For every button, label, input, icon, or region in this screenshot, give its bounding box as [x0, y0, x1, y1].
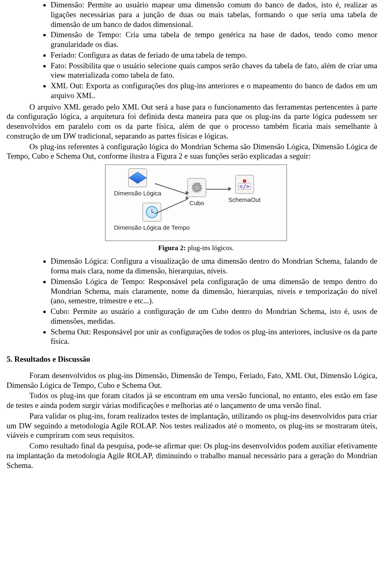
paragraph-testing-phase: Todos os plug-ins que foram citados já s…	[7, 391, 377, 410]
paragraph-final-result: Como resultado final da pesquisa, pode-s…	[7, 441, 377, 470]
gears-icon	[187, 178, 206, 197]
bullet-list-physical-plugins: Dimensão: Permite ao usuário mapear uma …	[7, 0, 385, 101]
list-item: Dimensão: Permite ao usuário mapear uma …	[51, 0, 385, 29]
node-label: Cubo	[189, 199, 204, 207]
list-item: Schema Out: Responsável por unir as conf…	[51, 327, 385, 347]
section-5-heading: 5. Resultados e Discussão	[7, 354, 385, 364]
figure-2-container: Dimensão Lógica Dimensão Lógica de Tempo…	[7, 164, 385, 252]
cube-icon	[128, 168, 147, 187]
list-item: Cubo: Permite ao usuário a configuração …	[51, 307, 385, 326]
schema-out-icon: </>	[235, 175, 254, 194]
list-item: Fato: Possibilita que o usuário selecion…	[51, 61, 385, 81]
node-cubo: Cubo	[187, 178, 206, 207]
bullet-list-logical-plugins: Dimensão Lógica: Configura a visualizaçã…	[7, 256, 385, 346]
list-item: Dimensão Lógica de Tempo: Responsável pe…	[51, 277, 385, 306]
node-label: SchemaOut	[228, 196, 261, 204]
node-schema-out: </> SchemaOut	[228, 175, 261, 204]
paragraph-developed-plugins: Foram desenvolvidos os plug-ins Dimensão…	[7, 371, 377, 390]
figure-2-diagram: Dimensão Lógica Dimensão Lógica de Tempo…	[105, 164, 287, 241]
node-label: Dimensão Lógica de Tempo	[114, 224, 190, 232]
paragraph-xml-out: O arquivo XML gerado pelo XML Out será a…	[7, 102, 377, 141]
list-item: Dimensão de Tempo: Cria uma tabela de te…	[51, 30, 385, 49]
paragraph-logical-plugins-intro: Os plug-ins referentes à configuração ló…	[7, 142, 377, 161]
node-dimensao-logica-tempo: Dimensão Lógica de Tempo	[114, 203, 190, 232]
paragraph-validation-tests: Para validar os plug-ins, foram realizad…	[7, 411, 377, 440]
arrow-icon	[186, 191, 189, 195]
figure-2-caption: Figura 2: plug-ins lógicos.	[158, 244, 234, 252]
list-item: XML Out: Exporta as configurações dos pl…	[51, 81, 385, 101]
caption-bold: Figura 2:	[158, 244, 186, 252]
node-label: Dimensão Lógica	[114, 190, 161, 197]
caption-text: plug-ins lógicos.	[186, 244, 234, 252]
connector-line	[206, 189, 229, 190]
arrow-icon	[186, 196, 189, 200]
node-dimensao-logica: Dimensão Lógica	[114, 168, 161, 197]
list-item: Feriado: Configura as datas de feriado d…	[51, 50, 385, 60]
arrow-icon	[228, 187, 232, 191]
list-item: Dimensão Lógica: Configura a visualizaçã…	[51, 256, 385, 276]
